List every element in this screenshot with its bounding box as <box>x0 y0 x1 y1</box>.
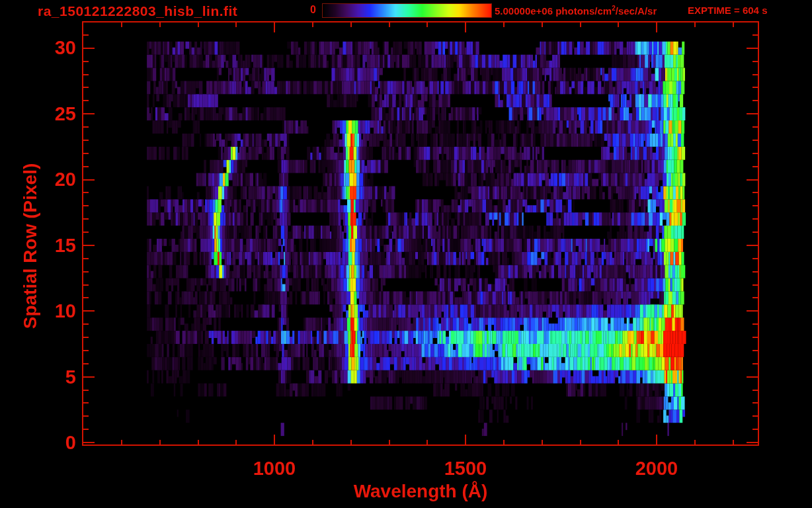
x-tick-1000: 1000 <box>235 458 314 480</box>
colorbar-gradient <box>323 4 491 17</box>
colorbar-min-label: 0 <box>284 4 316 16</box>
spectral-image-canvas <box>0 0 812 508</box>
x-tick-1500: 1500 <box>426 458 505 480</box>
flux-value: 5.00000e+06 photons/cm <box>495 5 612 17</box>
plot-title: ra_150121222803_hisb_lin.fit <box>38 3 237 19</box>
x-axis-title: Wavelength (Å) <box>288 481 553 502</box>
x-tick-2000: 2000 <box>617 458 696 480</box>
y-axis-title: Spatial Row (Pixel) <box>20 140 41 352</box>
flux-units: /sec/A/sr <box>616 5 657 17</box>
y-tick-30: 30 <box>30 38 76 58</box>
colorbar <box>322 3 492 18</box>
exptime-label: EXPTIME = 604 s <box>688 5 767 16</box>
y-tick-5: 5 <box>30 367 76 387</box>
y-tick-0: 0 <box>30 433 76 452</box>
colorbar-max-label: 5.00000e+06 photons/cm2/sec/A/sr <box>495 5 657 17</box>
y-tick-25: 25 <box>30 104 76 124</box>
